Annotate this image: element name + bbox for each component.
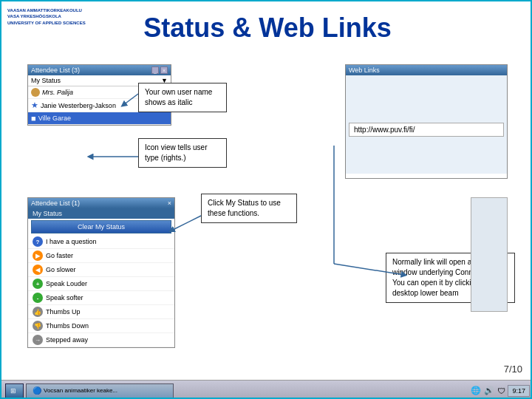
status-item[interactable]: ? I have a question [28,235,174,249]
status-item[interactable]: + Speak Louder [28,277,174,291]
away-icon: → [33,335,43,345]
status-item[interactable]: 👍 Thumbs Up [28,305,174,319]
user-icon: ■ [31,114,36,123]
attendee-panel-2: Attendee List (1) × My Status Clear My S… [27,197,175,348]
attendee-panel-1-header: Attendee List (3) _ × [28,65,171,75]
web-links-content: http://www.puv.fi/fi/ [346,75,507,174]
callout-my-status: Click My Status to use these functions. [201,194,297,223]
web-links-header: Web Links [346,65,507,75]
side-panel-right [471,197,508,312]
start-button[interactable]: ⊞ [5,383,24,398]
status-item[interactable]: ▶ Go faster [28,249,174,263]
slide: VAASAN AMMATTIKORKEAKOULU VASA YRKESHÖGS… [1,1,532,399]
security-icon: 🛡 [497,386,505,395]
system-clock: 9:17 [508,385,530,397]
status-item[interactable]: - Speak softer [28,291,174,305]
status-item[interactable]: 👎 Thumbs Down [28,319,174,333]
app-icon: 🔵 [33,386,41,395]
svg-line-2 [171,216,201,231]
windows-icon: ⊞ [10,387,16,395]
attendee-row-selected: ■ Ville Garae [28,112,171,125]
softer-icon: - [33,293,43,303]
my-status-subheader: My Status [28,208,174,219]
system-tray: 🌐 🔊 🛡 [471,386,505,395]
callout-icon-view: Icon view tells user type (rights.) [138,138,227,168]
speaker-icon: 🔊 [484,386,494,395]
minimize-btn[interactable]: _ [151,66,159,74]
network-icon: 🌐 [471,386,481,395]
status-item[interactable]: ◀ Go slower [28,263,174,277]
logo: VAASAN AMMATTIKORKEAKOULU VASA YRKESHÖGS… [7,7,103,26]
host-icon: ★ [31,100,38,110]
window-controls: _ × [151,66,168,74]
taskbar: ⊞ 🔵 Vocsan animaatiker keake... 🌐 🔊 🛡 9:… [1,380,532,399]
louder-icon: + [33,279,43,289]
close-icon[interactable]: × [168,200,171,207]
close-btn[interactable]: × [160,66,168,74]
avatar [31,88,40,97]
web-links-panel: Web Links http://www.puv.fi/fi/ [345,64,508,179]
faster-icon: ▶ [33,250,43,261]
callout-username: Your own user name shows as italic [138,83,227,112]
logo-text: VAASAN AMMATTIKORKEAKOULU VASA YRKESHÖGS… [7,7,103,26]
url-display[interactable]: http://www.puv.fi/fi/ [349,123,504,137]
slower-icon: ◀ [33,265,43,275]
page-number: 7/10 [504,364,522,375]
question-icon: ? [33,236,43,247]
clear-status-button[interactable]: Clear My Status [31,220,171,233]
status-item[interactable]: → Stepped away [28,333,174,347]
thumbs-down-icon: 👎 [33,321,43,331]
taskbar-item[interactable]: 🔵 Vocsan animaatiker keake... [26,383,174,398]
thumbs-up-icon: 👍 [33,307,43,317]
attendee-panel-2-header: Attendee List (1) × [28,198,174,208]
